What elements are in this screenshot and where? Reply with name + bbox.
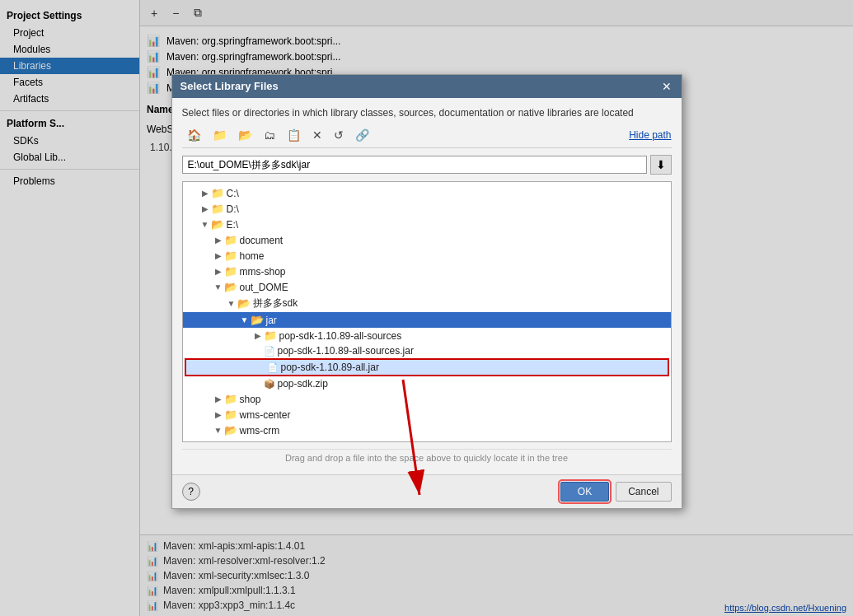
file-icon-all-jar: 📄 — [267, 362, 279, 373]
folder-icon-sources-folder: 📁 — [264, 329, 277, 342]
tree-label-zip: pop-sdk.zip — [278, 378, 328, 390]
drag-hint: Drag and drop a file into the space abov… — [182, 449, 672, 466]
tree-node-home[interactable]: ▶ 📁 home — [183, 248, 671, 264]
tree-node-document[interactable]: ▶ 📁 document — [183, 232, 671, 248]
path-row: ⬇ — [182, 155, 672, 175]
tree-node-jar[interactable]: ▼ 📂 jar — [183, 312, 671, 328]
path-input[interactable] — [182, 156, 647, 174]
file-icon-zip: 📦 — [264, 379, 275, 390]
tree-node-sources-jar[interactable]: ▶ 📄 pop-sdk-1.10.89-all-sources.jar — [183, 343, 671, 358]
folder-up-button[interactable]: 📂 — [233, 126, 257, 144]
tree-node-e[interactable]: ▼ 📂 E:\ — [183, 217, 671, 232]
folder-icon-e: 📂 — [211, 218, 224, 231]
dialog-titlebar: Select Library Files ✕ — [172, 75, 682, 98]
folder-icon-home: 📁 — [224, 250, 237, 262]
tree-label-all-jar: pop-sdk-1.10.89-all.jar — [281, 362, 379, 373]
folder-icon-wms-center: 📁 — [224, 408, 237, 421]
tree-label-wms-crm: wms-crm — [240, 425, 280, 436]
tree-node-d[interactable]: ▶ 📁 D:\ — [183, 201, 671, 217]
ok-button[interactable]: OK — [560, 482, 609, 502]
dialog-close-button[interactable]: ✕ — [660, 80, 673, 93]
tree-node-zip[interactable]: ▶ 📦 pop-sdk.zip — [183, 376, 671, 391]
tree-node-all-jar[interactable]: ▶ 📄 pop-sdk-1.10.89-all.jar — [185, 358, 669, 376]
tree-node-wms-crm[interactable]: ▼ 📂 wms-crm — [183, 422, 671, 438]
folder-tree-button[interactable]: 🗂 — [259, 126, 280, 144]
expander-d[interactable]: ▶ — [199, 204, 211, 213]
dialog-description: Select files or directories in which lib… — [182, 106, 672, 120]
dialog-body: Select files or directories in which lib… — [172, 98, 682, 475]
expander-wms-crm[interactable]: ▼ — [213, 426, 224, 435]
tree-label-d: D:\ — [227, 203, 239, 215]
move-button[interactable]: 📋 — [282, 126, 306, 144]
tree-label-e: E:\ — [227, 219, 239, 231]
folder-icon-c: 📁 — [211, 187, 224, 199]
dialog-title: Select Library Files — [180, 80, 279, 92]
folder-icon-jar: 📂 — [251, 314, 264, 326]
expander-sources-folder[interactable]: ▶ — [252, 331, 264, 340]
tree-label-out-dome: out_DOME — [240, 282, 288, 293]
expander-wms-center[interactable]: ▶ — [213, 410, 224, 419]
expander-mms-shop[interactable]: ▶ — [213, 267, 224, 276]
tree-node-out-dome[interactable]: ▼ 📂 out_DOME — [183, 279, 671, 295]
folder-icon-wms-crm: 📂 — [224, 424, 237, 436]
tree-label-document: document — [240, 235, 284, 246]
tree-label-jar: jar — [266, 315, 277, 326]
dialog-footer: ? OK Cancel — [172, 474, 682, 508]
folder-icon-mms-shop: 📁 — [224, 265, 237, 278]
tree-node-c[interactable]: ▶ 📁 C:\ — [183, 185, 671, 201]
expander-e[interactable]: ▼ — [199, 220, 211, 229]
folder-icon-out-dome: 📂 — [224, 281, 237, 293]
tree-label-shop: shop — [240, 394, 261, 405]
expander-shop[interactable]: ▶ — [213, 394, 224, 404]
dialog-toolbar: 🏠 📁 📂 🗂 📋 ✕ ↺ 🔗 Hide path — [182, 126, 672, 148]
dialog-overlay: Select Library Files ✕ Select files or d… — [0, 0, 853, 616]
tree-label-wms-center: wms-center — [240, 409, 291, 421]
folder-icon-shop: 📁 — [224, 393, 237, 405]
folder-icon-pdd-sdk: 📂 — [237, 297, 251, 310]
new-folder-button[interactable]: 📁 — [208, 126, 232, 144]
select-library-dialog: Select Library Files ✕ Select files or d… — [171, 74, 682, 510]
tree-node-sources-folder[interactable]: ▶ 📁 pop-sdk-1.10.89-all-sources — [183, 328, 671, 343]
hide-path-button[interactable]: Hide path — [629, 129, 671, 141]
tree-label-sources-jar: pop-sdk-1.10.89-all-sources.jar — [278, 345, 414, 357]
cancel-button[interactable]: Cancel — [616, 482, 671, 502]
refresh-button[interactable]: ↺ — [329, 126, 349, 144]
tree-node-mms-shop[interactable]: ▶ 📁 mms-shop — [183, 264, 671, 279]
help-button[interactable]: ? — [182, 483, 200, 501]
folder-icon-document: 📁 — [224, 234, 237, 246]
tree-label-pdd-sdk: 拼多多sdk — [253, 296, 298, 310]
expander-document[interactable]: ▶ — [213, 236, 224, 245]
tree-label-c: C:\ — [227, 188, 239, 199]
tree-node-shop[interactable]: ▶ 📁 shop — [183, 391, 671, 407]
link-button[interactable]: 🔗 — [350, 126, 374, 144]
download-button[interactable]: ⬇ — [650, 155, 672, 175]
tree-label-home: home — [240, 250, 265, 262]
expander-pdd-sdk[interactable]: ▼ — [226, 299, 237, 308]
folder-icon-d: 📁 — [211, 203, 224, 215]
expander-out-dome[interactable]: ▼ — [213, 282, 224, 292]
expander-home[interactable]: ▶ — [213, 251, 224, 260]
tree-node-pdd-sdk[interactable]: ▼ 📂 拼多多sdk — [183, 295, 671, 312]
tree-label-mms-shop: mms-shop — [240, 266, 286, 278]
delete-button[interactable]: ✕ — [307, 126, 327, 144]
tree-label-sources-folder: pop-sdk-1.10.89-all-sources — [279, 330, 402, 342]
footer-buttons: OK Cancel — [560, 482, 672, 502]
file-tree[interactable]: ▶ 📁 C:\ ▶ 📁 D:\ ▼ 📂 E:\ — [182, 181, 672, 442]
expander-jar[interactable]: ▼ — [239, 315, 251, 324]
tree-node-wms-center[interactable]: ▶ 📁 wms-center — [183, 407, 671, 422]
home-button[interactable]: 🏠 — [182, 126, 206, 144]
expander-c[interactable]: ▶ — [199, 189, 211, 198]
file-icon-sources-jar: 📄 — [264, 346, 275, 357]
